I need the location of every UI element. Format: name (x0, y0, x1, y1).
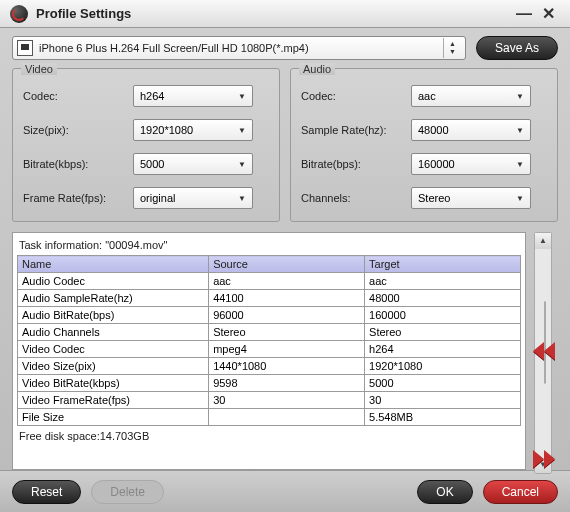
svg-marker-3 (544, 450, 555, 468)
video-bitrate-select[interactable]: 5000 ▼ (133, 153, 253, 175)
audio-samplerate-value: 48000 (418, 124, 449, 136)
free-disk-space: Free disk space:14.703GB (17, 426, 521, 442)
table-row[interactable]: Audio SampleRate(hz)4410048000 (18, 290, 521, 307)
svg-marker-0 (533, 342, 544, 360)
task-header-row: Name Source Target (18, 256, 521, 273)
audio-panel: Audio Codec: aac ▼ Sample Rate(hz): 4800… (290, 68, 558, 222)
chevron-down-icon: ▼ (516, 126, 524, 135)
audio-bitrate-row: Bitrate(bps): 160000 ▼ (301, 147, 547, 181)
minimize-button[interactable]: — (512, 5, 536, 23)
audio-samplerate-label: Sample Rate(hz): (301, 124, 411, 136)
cell-target: Stereo (365, 324, 521, 341)
audio-bitrate-select[interactable]: 160000 ▼ (411, 153, 531, 175)
video-bitrate-row: Bitrate(kbps): 5000 ▼ (23, 147, 269, 181)
cell-target: 1920*1080 (365, 358, 521, 375)
task-area: Task information: "00094.mov" Name Sourc… (12, 232, 558, 470)
cell-target: 48000 (365, 290, 521, 307)
table-row[interactable]: Video Size(pix)1440*10801920*1080 (18, 358, 521, 375)
task-box: Task information: "00094.mov" Name Sourc… (12, 232, 526, 470)
app-icon (10, 5, 28, 23)
audio-channels-select[interactable]: Stereo ▼ (411, 187, 531, 209)
table-row[interactable]: Video FrameRate(fps)3030 (18, 392, 521, 409)
scroll-up-icon[interactable]: ▲ (535, 233, 551, 249)
video-size-label: Size(pix): (23, 124, 133, 136)
next-task-button[interactable] (532, 448, 556, 470)
cell-source: Stereo (209, 324, 365, 341)
svg-marker-1 (544, 342, 555, 360)
video-legend: Video (21, 63, 57, 75)
col-name[interactable]: Name (18, 256, 209, 273)
video-framerate-value: original (140, 192, 175, 204)
audio-bitrate-label: Bitrate(bps): (301, 158, 411, 170)
profile-select[interactable]: iPhone 6 Plus H.264 Full Screen/Full HD … (12, 36, 466, 60)
table-row[interactable]: Audio BitRate(bps)96000160000 (18, 307, 521, 324)
chevron-down-icon: ▼ (238, 160, 246, 169)
chevron-down-icon: ▼ (238, 126, 246, 135)
cell-target: 5000 (365, 375, 521, 392)
cell-name: Video Size(pix) (18, 358, 209, 375)
cell-target: h264 (365, 341, 521, 358)
audio-codec-row: Codec: aac ▼ (301, 79, 547, 113)
chevron-down-icon: ▼ (516, 92, 524, 101)
audio-bitrate-value: 160000 (418, 158, 455, 170)
cell-name: Audio Codec (18, 273, 209, 290)
video-codec-select[interactable]: h264 ▼ (133, 85, 253, 107)
video-framerate-select[interactable]: original ▼ (133, 187, 253, 209)
audio-channels-label: Channels: (301, 192, 411, 204)
cell-name: Video FrameRate(fps) (18, 392, 209, 409)
window-title: Profile Settings (36, 6, 131, 21)
audio-samplerate-select[interactable]: 48000 ▼ (411, 119, 531, 141)
col-target[interactable]: Target (365, 256, 521, 273)
video-codec-label: Codec: (23, 90, 133, 102)
audio-samplerate-row: Sample Rate(hz): 48000 ▼ (301, 113, 547, 147)
prev-task-button[interactable] (532, 340, 556, 362)
ok-button[interactable]: OK (417, 480, 472, 504)
audio-legend: Audio (299, 63, 335, 75)
table-row[interactable]: File Size5.548MB (18, 409, 521, 426)
video-size-select[interactable]: 1920*1080 ▼ (133, 119, 253, 141)
cell-target: aac (365, 273, 521, 290)
video-size-row: Size(pix): 1920*1080 ▼ (23, 113, 269, 147)
chevron-down-icon: ▼ (516, 194, 524, 203)
side-controls: ▲ ▼ (532, 232, 558, 470)
cell-name: Audio Channels (18, 324, 209, 341)
video-size-value: 1920*1080 (140, 124, 193, 136)
video-bitrate-value: 5000 (140, 158, 164, 170)
table-row[interactable]: Video BitRate(kbps)95985000 (18, 375, 521, 392)
audio-codec-select[interactable]: aac ▼ (411, 85, 531, 107)
spinner-icon[interactable]: ▲▼ (443, 38, 461, 58)
cell-source: 30 (209, 392, 365, 409)
save-as-button[interactable]: Save As (476, 36, 558, 60)
video-bitrate-label: Bitrate(kbps): (23, 158, 133, 170)
audio-channels-row: Channels: Stereo ▼ (301, 181, 547, 215)
profile-select-text: iPhone 6 Plus H.264 Full Screen/Full HD … (39, 42, 443, 54)
col-source[interactable]: Source (209, 256, 365, 273)
table-row[interactable]: Audio Codecaacaac (18, 273, 521, 290)
cell-source: aac (209, 273, 365, 290)
audio-codec-value: aac (418, 90, 436, 102)
table-row[interactable]: Audio ChannelsStereoStereo (18, 324, 521, 341)
close-button[interactable]: ✕ (536, 4, 560, 23)
video-codec-value: h264 (140, 90, 164, 102)
cell-source: 96000 (209, 307, 365, 324)
table-row[interactable]: Video Codecmpeg4h264 (18, 341, 521, 358)
format-icon (17, 40, 33, 56)
chevron-down-icon: ▼ (238, 194, 246, 203)
cell-name: File Size (18, 409, 209, 426)
settings-panels: Video Codec: h264 ▼ Size(pix): 1920*1080… (12, 68, 558, 222)
cell-name: Audio BitRate(bps) (18, 307, 209, 324)
delete-button: Delete (91, 480, 164, 504)
reset-button[interactable]: Reset (12, 480, 81, 504)
cancel-button[interactable]: Cancel (483, 480, 558, 504)
audio-codec-label: Codec: (301, 90, 411, 102)
content-area: iPhone 6 Plus H.264 Full Screen/Full HD … (0, 28, 570, 470)
chevron-down-icon: ▼ (516, 160, 524, 169)
cell-name: Video BitRate(kbps) (18, 375, 209, 392)
audio-channels-value: Stereo (418, 192, 450, 204)
task-table: Name Source Target Audio CodecaacaacAudi… (17, 255, 521, 426)
cell-source: 9598 (209, 375, 365, 392)
cell-name: Video Codec (18, 341, 209, 358)
cell-source: 1440*1080 (209, 358, 365, 375)
cell-source: mpeg4 (209, 341, 365, 358)
video-codec-row: Codec: h264 ▼ (23, 79, 269, 113)
